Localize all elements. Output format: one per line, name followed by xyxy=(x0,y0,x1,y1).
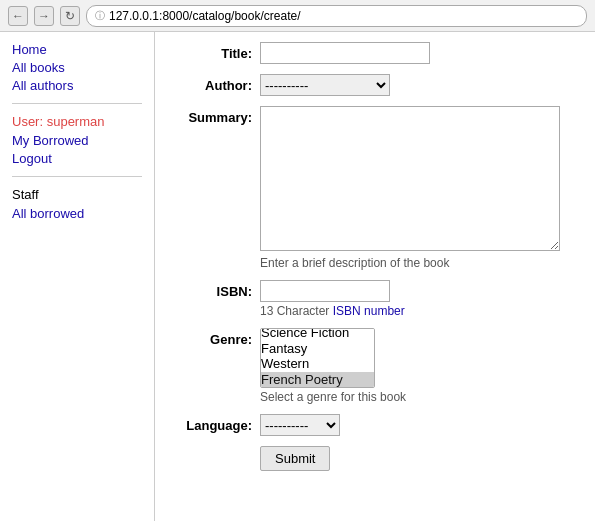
sidebar: Home All books All authors User: superma… xyxy=(0,32,155,521)
submit-spacer xyxy=(175,446,260,450)
genre-option-3[interactable]: French Poetry xyxy=(261,372,374,388)
back-button[interactable]: ← xyxy=(8,6,28,26)
sidebar-staff-label: Staff xyxy=(12,187,142,202)
isbn-input[interactable] xyxy=(260,280,390,302)
submit-button[interactable]: Submit xyxy=(260,446,330,471)
form-row-title: Title: xyxy=(175,42,575,64)
form-row-genre: Genre: Science Fiction Fantasy Western F… xyxy=(175,328,575,404)
genre-option-1[interactable]: Fantasy xyxy=(261,341,374,357)
sidebar-item-all-authors[interactable]: All authors xyxy=(12,78,142,93)
forward-button[interactable]: → xyxy=(34,6,54,26)
author-control-wrap: ---------- xyxy=(260,74,575,96)
isbn-hint: 13 Character ISBN number xyxy=(260,304,575,318)
isbn-link[interactable]: ISBN number xyxy=(333,304,405,318)
author-label: Author: xyxy=(175,74,260,93)
genre-option-0[interactable]: Science Fiction xyxy=(261,328,374,341)
summary-control-wrap: Enter a brief description of the book xyxy=(260,106,575,270)
form-row-summary: Summary: Enter a brief description of th… xyxy=(175,106,575,270)
summary-label: Summary: xyxy=(175,106,260,125)
sidebar-item-logout[interactable]: Logout xyxy=(12,151,142,166)
browser-bar: ← → ↻ ⓘ 127.0.0.1:8000/catalog/book/crea… xyxy=(0,0,595,32)
sidebar-divider-2 xyxy=(12,176,142,177)
page-layout: Home All books All authors User: superma… xyxy=(0,32,595,521)
genre-label: Genre: xyxy=(175,328,260,347)
genre-hint: Select a genre for this book xyxy=(260,390,575,404)
form-row-language: Language: ---------- xyxy=(175,414,575,436)
reload-button[interactable]: ↻ xyxy=(60,6,80,26)
sidebar-item-my-borrowed[interactable]: My Borrowed xyxy=(12,133,142,148)
genre-select[interactable]: Science Fiction Fantasy Western French P… xyxy=(260,328,375,388)
sidebar-item-home[interactable]: Home xyxy=(12,42,142,57)
main-content: Title: Author: ---------- Summary: Enter… xyxy=(155,32,595,521)
address-bar[interactable]: ⓘ 127.0.0.1:8000/catalog/book/create/ xyxy=(86,5,587,27)
summary-hint: Enter a brief description of the book xyxy=(260,256,575,270)
isbn-label: ISBN: xyxy=(175,280,260,299)
title-label: Title: xyxy=(175,42,260,61)
user-label: User: superman xyxy=(12,114,142,129)
isbn-control-wrap: 13 Character ISBN number xyxy=(260,280,575,318)
form-row-author: Author: ---------- xyxy=(175,74,575,96)
form-row-isbn: ISBN: 13 Character ISBN number xyxy=(175,280,575,318)
submit-wrap: Submit xyxy=(260,446,575,471)
title-input[interactable] xyxy=(260,42,430,64)
lock-icon: ⓘ xyxy=(95,9,105,23)
sidebar-divider-1 xyxy=(12,103,142,104)
genre-control-wrap: Science Fiction Fantasy Western French P… xyxy=(260,328,575,404)
sidebar-item-all-books[interactable]: All books xyxy=(12,60,142,75)
form-row-submit: Submit xyxy=(175,446,575,471)
language-label: Language: xyxy=(175,414,260,433)
language-select[interactable]: ---------- xyxy=(260,414,340,436)
title-control-wrap xyxy=(260,42,575,64)
language-control-wrap: ---------- xyxy=(260,414,575,436)
sidebar-item-all-borrowed[interactable]: All borrowed xyxy=(12,206,142,221)
author-select[interactable]: ---------- xyxy=(260,74,390,96)
summary-textarea[interactable] xyxy=(260,106,560,251)
genre-option-2[interactable]: Western xyxy=(261,356,374,372)
